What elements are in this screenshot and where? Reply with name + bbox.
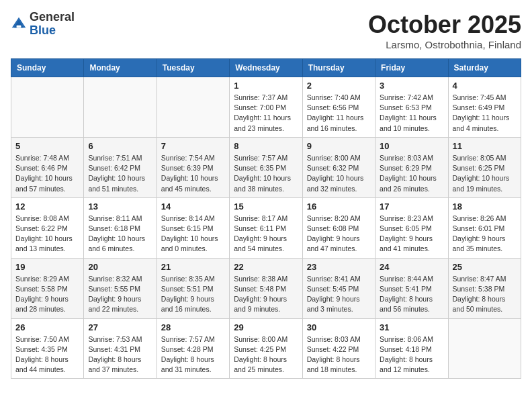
day-number: 22 (234, 262, 298, 272)
calendar-cell: 3Sunrise: 7:42 AMSunset: 6:53 PMDaylight… (375, 77, 448, 138)
day-info: Sunrise: 8:05 AMSunset: 6:25 PMDaylight:… (453, 153, 517, 194)
calendar-cell: 18Sunrise: 8:26 AMSunset: 6:01 PMDayligh… (448, 197, 521, 258)
day-info: Sunrise: 8:11 AMSunset: 6:18 PMDaylight:… (88, 214, 152, 255)
day-number: 7 (161, 141, 225, 151)
day-info: Sunrise: 8:44 AMSunset: 5:41 PMDaylight:… (380, 274, 443, 315)
day-info: Sunrise: 8:20 AMSunset: 6:08 PMDaylight:… (307, 214, 371, 255)
day-number: 28 (161, 322, 225, 332)
day-number: 17 (380, 201, 443, 212)
day-number: 30 (307, 322, 371, 332)
day-number: 4 (453, 81, 517, 91)
day-info: Sunrise: 8:03 AMSunset: 6:29 PMDaylight:… (380, 153, 443, 194)
calendar-cell: 30Sunrise: 8:03 AMSunset: 4:22 PMDayligh… (302, 318, 375, 379)
day-number: 31 (380, 322, 443, 332)
calendar-cell: 1Sunrise: 7:37 AMSunset: 7:00 PMDaylight… (230, 77, 302, 138)
page-header: General Blue October 2025 Larsmo, Ostrob… (11, 11, 521, 50)
calendar-cell: 31Sunrise: 8:06 AMSunset: 4:18 PMDayligh… (375, 318, 448, 379)
calendar-cell: 4Sunrise: 7:45 AMSunset: 6:49 PMDaylight… (448, 77, 521, 138)
calendar-cell: 28Sunrise: 7:57 AMSunset: 4:28 PMDayligh… (157, 318, 229, 379)
day-number: 24 (380, 262, 443, 272)
day-info: Sunrise: 8:35 AMSunset: 5:51 PMDaylight:… (161, 274, 225, 315)
calendar-cell: 23Sunrise: 8:41 AMSunset: 5:45 PMDayligh… (302, 258, 375, 318)
day-number: 1 (234, 81, 298, 91)
day-number: 6 (88, 141, 152, 151)
day-info: Sunrise: 8:23 AMSunset: 6:05 PMDaylight:… (380, 214, 443, 255)
calendar-cell: 25Sunrise: 8:47 AMSunset: 5:38 PMDayligh… (448, 258, 521, 318)
day-info: Sunrise: 7:51 AMSunset: 6:42 PMDaylight:… (88, 153, 152, 194)
weekday-header-wednesday: Wednesday (230, 59, 302, 77)
day-info: Sunrise: 8:38 AMSunset: 5:48 PMDaylight:… (234, 274, 298, 315)
weekday-header-tuesday: Tuesday (157, 59, 229, 77)
calendar-cell: 11Sunrise: 8:05 AMSunset: 6:25 PMDayligh… (448, 137, 521, 197)
day-number: 18 (453, 201, 517, 212)
day-info: Sunrise: 7:50 AMSunset: 4:35 PMDaylight:… (15, 334, 79, 375)
weekday-header-row: SundayMondayTuesdayWednesdayThursdayFrid… (11, 59, 521, 77)
calendar-cell: 22Sunrise: 8:38 AMSunset: 5:48 PMDayligh… (230, 258, 302, 318)
calendar-cell: 29Sunrise: 8:00 AMSunset: 4:25 PMDayligh… (230, 318, 302, 379)
day-number: 5 (15, 141, 79, 151)
day-number: 14 (161, 201, 225, 212)
day-info: Sunrise: 7:53 AMSunset: 4:31 PMDaylight:… (88, 334, 152, 375)
calendar-cell: 9Sunrise: 8:00 AMSunset: 6:32 PMDaylight… (302, 137, 375, 197)
day-info: Sunrise: 7:45 AMSunset: 6:49 PMDaylight:… (453, 93, 517, 134)
calendar-cell (157, 77, 229, 138)
calendar-cell: 21Sunrise: 8:35 AMSunset: 5:51 PMDayligh… (157, 258, 229, 318)
day-info: Sunrise: 8:26 AMSunset: 6:01 PMDaylight:… (453, 214, 517, 255)
calendar-cell: 13Sunrise: 8:11 AMSunset: 6:18 PMDayligh… (84, 197, 157, 258)
day-info: Sunrise: 8:47 AMSunset: 5:38 PMDaylight:… (453, 274, 517, 315)
day-number: 16 (307, 201, 371, 212)
calendar-cell: 24Sunrise: 8:44 AMSunset: 5:41 PMDayligh… (375, 258, 448, 318)
day-info: Sunrise: 7:57 AMSunset: 4:28 PMDaylight:… (161, 334, 225, 375)
calendar-cell: 2Sunrise: 7:40 AMSunset: 6:56 PMDaylight… (302, 77, 375, 138)
day-number: 2 (307, 81, 371, 91)
day-number: 19 (15, 262, 79, 272)
day-info: Sunrise: 8:17 AMSunset: 6:11 PMDaylight:… (234, 214, 298, 255)
calendar-cell: 5Sunrise: 7:48 AMSunset: 6:46 PMDaylight… (11, 137, 84, 197)
day-info: Sunrise: 7:42 AMSunset: 6:53 PMDaylight:… (380, 93, 443, 134)
day-info: Sunrise: 8:03 AMSunset: 4:22 PMDaylight:… (307, 334, 371, 375)
day-info: Sunrise: 8:29 AMSunset: 5:58 PMDaylight:… (15, 274, 79, 315)
day-number: 10 (380, 141, 443, 151)
calendar-week-4: 19Sunrise: 8:29 AMSunset: 5:58 PMDayligh… (11, 258, 521, 318)
calendar-header: SundayMondayTuesdayWednesdayThursdayFrid… (11, 59, 521, 77)
calendar-cell (11, 77, 84, 138)
calendar-cell: 26Sunrise: 7:50 AMSunset: 4:35 PMDayligh… (11, 318, 84, 379)
day-number: 11 (453, 141, 517, 151)
day-number: 21 (161, 262, 225, 272)
day-number: 9 (307, 141, 371, 151)
day-number: 29 (234, 322, 298, 332)
day-info: Sunrise: 8:14 AMSunset: 6:15 PMDaylight:… (161, 214, 225, 255)
day-number: 13 (88, 201, 152, 212)
weekday-header-saturday: Saturday (448, 59, 521, 77)
day-info: Sunrise: 7:48 AMSunset: 6:46 PMDaylight:… (15, 153, 79, 194)
day-info: Sunrise: 7:54 AMSunset: 6:39 PMDaylight:… (161, 153, 225, 194)
calendar-cell (84, 77, 157, 138)
weekday-header-friday: Friday (375, 59, 448, 77)
calendar-cell: 20Sunrise: 8:32 AMSunset: 5:55 PMDayligh… (84, 258, 157, 318)
calendar-cell (448, 318, 521, 379)
day-number: 25 (453, 262, 517, 272)
calendar-cell: 19Sunrise: 8:29 AMSunset: 5:58 PMDayligh… (11, 258, 84, 318)
calendar-body: 1Sunrise: 7:37 AMSunset: 7:00 PMDaylight… (11, 77, 521, 379)
day-info: Sunrise: 7:40 AMSunset: 6:56 PMDaylight:… (307, 93, 371, 134)
day-number: 15 (234, 201, 298, 212)
logo-icon (11, 16, 27, 32)
weekday-header-sunday: Sunday (11, 59, 84, 77)
svg-rect-2 (17, 26, 21, 28)
day-number: 3 (380, 81, 443, 91)
day-info: Sunrise: 8:00 AMSunset: 6:32 PMDaylight:… (307, 153, 371, 194)
calendar-cell: 16Sunrise: 8:20 AMSunset: 6:08 PMDayligh… (302, 197, 375, 258)
day-number: 27 (88, 322, 152, 332)
day-number: 8 (234, 141, 298, 151)
calendar-week-3: 12Sunrise: 8:08 AMSunset: 6:22 PMDayligh… (11, 197, 521, 258)
calendar-week-2: 5Sunrise: 7:48 AMSunset: 6:46 PMDaylight… (11, 137, 521, 197)
calendar-cell: 15Sunrise: 8:17 AMSunset: 6:11 PMDayligh… (230, 197, 302, 258)
day-number: 12 (15, 201, 79, 212)
calendar-cell: 8Sunrise: 7:57 AMSunset: 6:35 PMDaylight… (230, 137, 302, 197)
location: Larsmo, Ostrobothnia, Finland (368, 39, 521, 50)
month-title: October 2025 (368, 11, 521, 39)
day-info: Sunrise: 8:08 AMSunset: 6:22 PMDaylight:… (15, 214, 79, 255)
calendar-cell: 6Sunrise: 7:51 AMSunset: 6:42 PMDaylight… (84, 137, 157, 197)
calendar-cell: 27Sunrise: 7:53 AMSunset: 4:31 PMDayligh… (84, 318, 157, 379)
weekday-header-thursday: Thursday (302, 59, 375, 77)
